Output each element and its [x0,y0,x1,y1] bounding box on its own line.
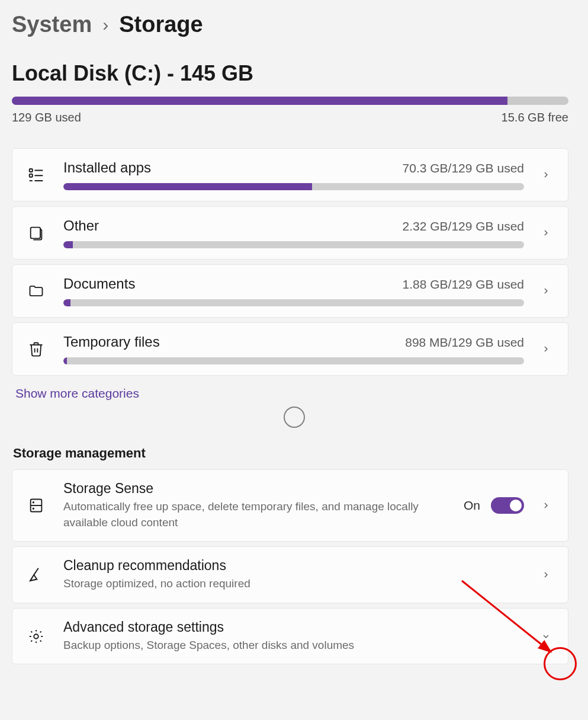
chevron-right-icon: › [102,15,108,35]
storage-sense-title: Storage Sense [63,481,449,497]
disk-usage-bar [12,97,568,105]
category-temporary-files[interactable]: Temporary files 898 MB/129 GB used [12,322,568,376]
documents-icon [23,283,49,299]
category-bar-fill [63,299,70,306]
category-title: Other [63,217,99,234]
advanced-desc: Backup options, Storage Spaces, other di… [63,638,430,654]
category-installed-apps[interactable]: Installed apps 70.3 GB/129 GB used [12,148,568,201]
chevron-right-icon [538,570,554,580]
apps-list-icon [23,166,49,184]
category-other[interactable]: Other 2.32 GB/129 GB used [12,206,568,260]
svg-rect-0 [30,169,33,172]
disk-usage-fill [12,97,507,105]
loading-spinner-icon [284,407,305,428]
chevron-down-icon[interactable] [538,632,554,641]
cleanup-title: Cleanup recommendations [63,558,524,574]
chevron-right-icon [538,286,554,296]
category-documents[interactable]: Documents 1.88 GB/129 GB used [12,264,568,318]
category-title: Documents [63,276,135,292]
category-usage: 898 MB/129 GB used [405,335,524,350]
gear-icon [23,628,49,645]
advanced-storage-settings-row[interactable]: Advanced storage settings Backup options… [12,608,568,665]
chevron-right-icon [538,228,554,238]
disk-free-label: 15.6 GB free [502,111,568,124]
breadcrumb: System › Storage [12,12,576,37]
chevron-right-icon [538,170,554,180]
category-usage: 70.3 GB/129 GB used [403,161,524,175]
category-usage: 1.88 GB/129 GB used [403,277,524,292]
storage-sense-state: On [464,498,480,513]
drive-icon [23,497,49,514]
disk-title: Local Disk (C:) - 145 GB [12,61,576,86]
cleanup-recommendations-row[interactable]: Cleanup recommendations Storage optimize… [12,546,568,603]
category-bar-fill [63,241,73,248]
storage-sense-desc: Automatically free up space, delete temp… [63,499,430,530]
category-bar [63,299,524,306]
category-title: Temporary files [63,334,160,350]
category-bar-fill [63,357,67,364]
other-icon [23,225,49,241]
svg-point-12 [34,634,38,638]
storage-sense-row[interactable]: Storage Sense Automatically free up spac… [12,469,568,542]
category-usage: 2.32 GB/129 GB used [403,219,524,233]
breadcrumb-storage: Storage [119,12,203,37]
category-bar [63,357,524,364]
toggle-knob [510,500,522,511]
storage-sense-toggle[interactable] [491,497,524,514]
storage-management-heading: Storage management [13,446,576,461]
broom-icon [23,566,49,584]
category-bar [63,241,524,248]
category-bar-fill [63,183,312,190]
show-more-categories-link[interactable]: Show more categories [15,386,576,401]
category-title: Installed apps [63,159,151,176]
disk-used-label: 129 GB used [12,111,81,124]
advanced-title: Advanced storage settings [63,619,524,635]
svg-rect-6 [31,228,40,239]
trash-icon [23,341,49,357]
chevron-right-icon [538,344,554,354]
svg-line-11 [34,568,38,575]
cleanup-desc: Storage optimized, no action required [63,576,430,592]
category-bar [63,183,524,190]
breadcrumb-system[interactable]: System [12,12,92,37]
svg-point-9 [33,502,34,503]
svg-point-10 [33,508,34,509]
svg-rect-2 [30,174,33,177]
chevron-right-icon [538,501,554,510]
